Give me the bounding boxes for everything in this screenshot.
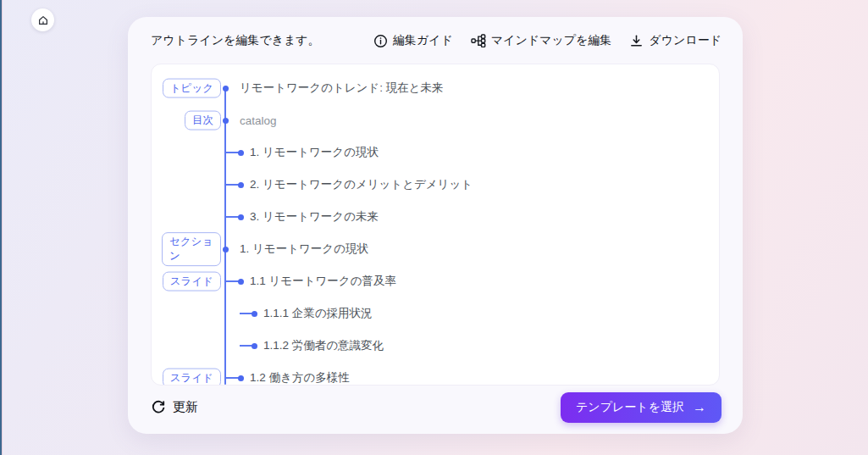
row-text[interactable]: 3. リモートワークの未来: [250, 209, 379, 225]
row-text[interactable]: 1.1.1 企業の採用状況: [263, 306, 373, 321]
outline-row: 1. リモートワークの現状: [152, 136, 719, 169]
edit-guide-button[interactable]: 編集ガイド: [373, 33, 453, 48]
outline-panel: トピック リモートワークのトレンド: 現在と未来 目次 catalog 1. リ…: [151, 64, 720, 386]
row-node-dot: [238, 214, 244, 220]
outline-row: 目次 catalog: [152, 104, 719, 136]
outline-row: 3. リモートワークの未来: [152, 201, 719, 233]
row-type-badge: スライド: [163, 369, 221, 386]
row-badge-wrap: スライド: [152, 369, 221, 386]
row-node-dot: [223, 247, 229, 252]
row-type-badge: セクション: [162, 232, 221, 266]
card-header: アウトラインを編集できます。 編集ガイド マインドマップを編集: [151, 31, 721, 51]
page-title: アウトラインを編集できます。: [151, 33, 320, 48]
header-menu: 編集ガイド マインドマップを編集 ダウンロード: [373, 33, 721, 48]
row-text[interactable]: 1. リモートワークの現状: [240, 241, 368, 257]
mindmap-icon: [471, 34, 486, 48]
row-node-dot: [223, 86, 229, 92]
download-icon: [629, 34, 644, 48]
download-button[interactable]: ダウンロード: [629, 33, 721, 48]
row-badge-wrap: トピック: [152, 79, 221, 98]
row-text[interactable]: catalog: [240, 114, 277, 127]
select-template-label: テンプレートを選択: [576, 400, 684, 415]
outline-row: トピック リモートワークのトレンド: 現在と未来: [152, 72, 719, 104]
menu-label: マインドマップを編集: [491, 33, 612, 48]
refresh-label: 更新: [173, 399, 198, 415]
row-node-dot: [238, 182, 244, 188]
row-node-dot: [238, 375, 244, 381]
outline-row: スライド 1.1 リモートワークの普及率: [152, 265, 719, 297]
refresh-button[interactable]: 更新: [151, 399, 198, 415]
row-type-badge: トピック: [163, 79, 221, 98]
row-node-dot: [223, 118, 229, 124]
row-badge-wrap: スライド: [152, 272, 221, 291]
home-button[interactable]: [31, 8, 54, 31]
refresh-icon: [151, 400, 166, 415]
row-node-dot: [238, 150, 244, 156]
info-icon: [373, 34, 388, 48]
row-text[interactable]: 2. リモートワークのメリットとデメリット: [250, 177, 473, 192]
outline-row: 1.1.1 企業の採用状況: [152, 297, 719, 330]
select-template-button[interactable]: テンプレートを選択 →: [561, 392, 721, 423]
row-text[interactable]: 1. リモートワークの現状: [250, 145, 379, 160]
outline-row: セクション 1. リモートワークの現状: [152, 233, 719, 265]
menu-label: ダウンロード: [649, 33, 721, 48]
home-icon: [37, 14, 49, 26]
row-badge-wrap: 目次: [152, 111, 221, 130]
outline-row: 2. リモートワークのメリットとデメリット: [152, 169, 719, 201]
menu-label: 編集ガイド: [393, 33, 453, 48]
window-left-edge: [0, 0, 3, 455]
row-type-badge: スライド: [163, 272, 221, 291]
arrow-right-icon: →: [693, 401, 706, 414]
row-type-badge: 目次: [185, 111, 221, 130]
row-text[interactable]: リモートワークのトレンド: 現在と未来: [240, 80, 443, 96]
row-node-dot: [252, 343, 257, 349]
row-node-dot: [238, 279, 244, 285]
row-text[interactable]: 1.1.2 労働者の意識変化: [263, 338, 384, 353]
card-footer: 更新 テンプレートを選択 →: [151, 391, 721, 423]
row-text[interactable]: 1.2 働き方の多様性: [250, 370, 350, 386]
outline-row: 1.1.2 労働者の意識変化: [152, 330, 719, 362]
row-badge-wrap: セクション: [152, 232, 221, 266]
outline-card: アウトラインを編集できます。 編集ガイド マインドマップを編集: [128, 17, 743, 434]
row-text[interactable]: 1.1 リモートワークの普及率: [250, 274, 396, 289]
outline-tree: トピック リモートワークのトレンド: 現在と未来 目次 catalog 1. リ…: [152, 64, 719, 385]
edit-mindmap-button[interactable]: マインドマップを編集: [471, 33, 612, 48]
row-node-dot: [252, 311, 257, 317]
outline-row: スライド 1.2 働き方の多様性: [152, 362, 719, 386]
